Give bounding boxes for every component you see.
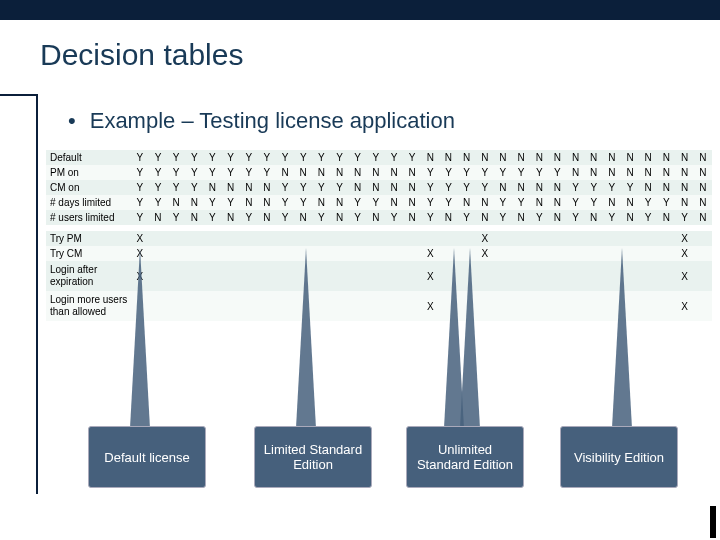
condition-cell: N [585,165,603,180]
condition-cell: N [403,165,421,180]
action-cell [240,246,258,261]
action-cell [349,246,367,261]
action-cell [694,261,712,291]
condition-cell: N [675,165,693,180]
condition-cell: N [403,180,421,195]
condition-cell: Y [567,210,585,225]
condition-cell: N [548,210,566,225]
action-cell: X [421,291,439,321]
condition-label: CM on [46,180,131,195]
callout-default-license: Default license [88,426,206,488]
action-cell [494,291,512,321]
action-cell [385,246,403,261]
condition-cell: N [694,150,712,165]
action-cell [639,246,657,261]
action-label: Login more users than allowed [46,291,131,321]
condition-cell: Y [276,150,294,165]
condition-label: Default [46,150,131,165]
action-cell [530,231,548,246]
action-cell [548,261,566,291]
action-cell [494,231,512,246]
condition-cell: Y [458,165,476,180]
action-cell: X [131,231,149,246]
condition-cell: N [657,180,675,195]
action-cell [439,261,457,291]
action-cell [621,231,639,246]
condition-cell: N [367,180,385,195]
action-cell [330,291,348,321]
action-cell [131,291,149,321]
action-cell [349,291,367,321]
condition-cell: N [240,180,258,195]
action-cell [567,231,585,246]
action-cell [167,291,185,321]
condition-cell: Y [476,180,494,195]
condition-cell: Y [585,195,603,210]
condition-cell: Y [131,180,149,195]
action-cell [240,261,258,291]
condition-cell: N [657,150,675,165]
action-cell [167,246,185,261]
condition-cell: N [258,180,276,195]
action-cell [312,246,330,261]
condition-cell: N [185,210,203,225]
action-cell [185,261,203,291]
action-cell [185,291,203,321]
condition-cell: N [458,150,476,165]
condition-cell: N [548,180,566,195]
action-cell: X [131,246,149,261]
action-cell [167,231,185,246]
condition-cell: Y [131,195,149,210]
action-cell [367,261,385,291]
condition-cell: N [639,150,657,165]
table-row: DefaultYYYYYYYYYYYYYYYYNNNNNNNNNNNNNNNN [46,150,712,165]
condition-cell: Y [603,210,621,225]
condition-cell: N [694,210,712,225]
action-cell [294,261,312,291]
condition-cell: Y [458,180,476,195]
action-cell: X [421,246,439,261]
condition-cell: Y [167,180,185,195]
action-cell [149,291,167,321]
condition-cell: Y [240,165,258,180]
condition-cell: Y [530,210,548,225]
action-cell [657,261,675,291]
condition-cell: N [585,150,603,165]
table-row: CM onYYYYNNNNYYYYNNNNYYYYNNNNYYYYNNNN [46,180,712,195]
action-cell [403,246,421,261]
condition-cell: N [675,180,693,195]
condition-cell: N [149,210,167,225]
action-cell [258,231,276,246]
action-cell [330,246,348,261]
condition-cell: Y [185,165,203,180]
condition-cell: N [639,180,657,195]
condition-cell: Y [294,150,312,165]
condition-cell: Y [512,165,530,180]
condition-cell: N [657,210,675,225]
condition-cell: Y [367,195,385,210]
action-cell [367,246,385,261]
condition-cell: Y [294,195,312,210]
action-label: Try PM [46,231,131,246]
condition-cell: Y [276,195,294,210]
callout-limited-standard: Limited Standard Edition [254,426,372,488]
action-cell [167,261,185,291]
action-cell [312,291,330,321]
action-cell [567,291,585,321]
action-cell [494,246,512,261]
accent-band [0,0,720,20]
action-cell [403,261,421,291]
condition-cell: N [439,150,457,165]
table-row: Login more users than allowedXX [46,291,712,321]
condition-cell: Y [403,150,421,165]
condition-cell: Y [330,180,348,195]
action-cell [330,261,348,291]
action-cell [639,291,657,321]
condition-cell: N [385,165,403,180]
action-cell [258,291,276,321]
action-cell [276,261,294,291]
condition-label: # users limited [46,210,131,225]
condition-cell: N [530,195,548,210]
condition-cell: N [185,195,203,210]
bullet-dot: • [68,108,76,133]
